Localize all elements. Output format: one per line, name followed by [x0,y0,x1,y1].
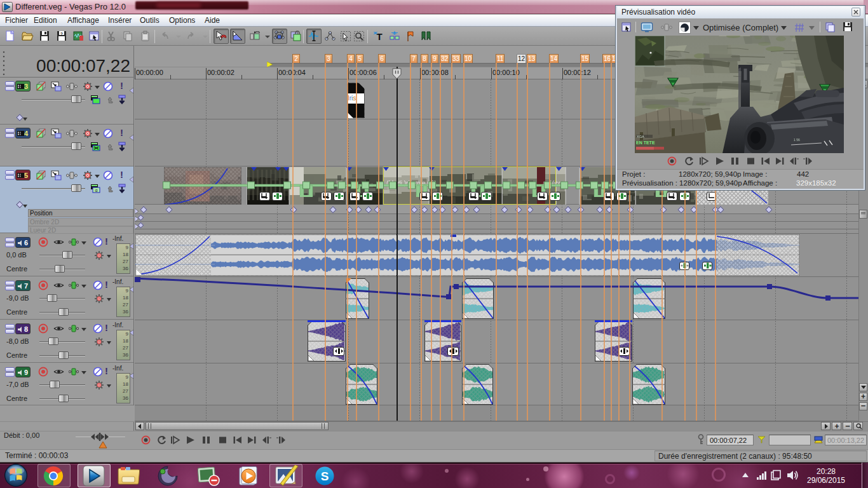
svg-text:α: α [95,188,97,193]
svg-text:S: S [321,470,329,483]
svg-text:XGA: XGA [637,135,644,139]
svg-text:EN TETE: EN TETE [636,140,655,145]
svg-text:?: ? [60,32,63,36]
svg-text:T: T [376,31,382,42]
svg-text:1 56: 1 56 [794,138,800,142]
